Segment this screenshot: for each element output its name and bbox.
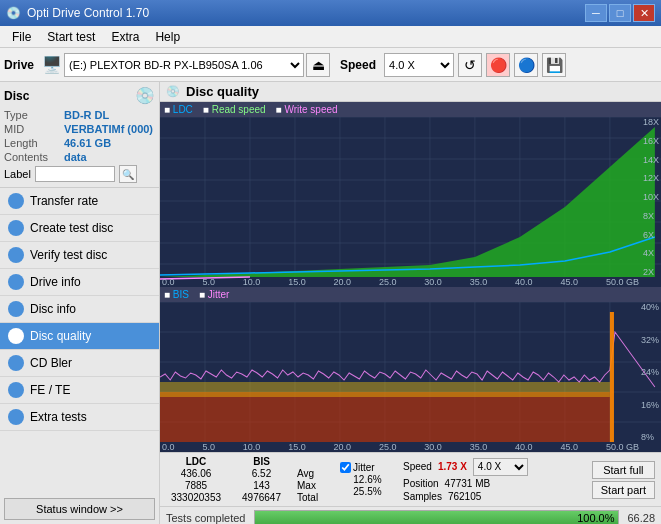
menu-extra[interactable]: Extra <box>103 28 147 46</box>
ldc-total: 333020353 <box>166 492 226 503</box>
progress-area: Tests completed 100.0% 66.28 <box>160 506 661 524</box>
nav-label-verify-test-disc: Verify test disc <box>30 248 107 262</box>
speed-stat-label: Speed <box>403 461 432 472</box>
samples-value: 762105 <box>448 491 481 502</box>
start-full-button[interactable]: Start full <box>592 461 655 479</box>
nav-label-disc-quality: Disc quality <box>30 329 91 343</box>
nav-transfer-rate[interactable]: Transfer rate <box>0 188 159 215</box>
bis-legend-label: ■ BIS <box>164 289 189 300</box>
label-input[interactable] <box>35 166 115 182</box>
label-search-button[interactable]: 🔍 <box>119 165 137 183</box>
bis-col-header: BIS <box>234 456 289 467</box>
chart2-y-right: 40%32%24%16%8% <box>639 302 661 442</box>
progress-bar-container: 100.0% <box>254 510 619 524</box>
menu-help[interactable]: Help <box>147 28 188 46</box>
progress-right-value: 66.28 <box>627 512 655 524</box>
ldc-avg: 436.06 <box>166 468 226 479</box>
nav-disc-quality[interactable]: Disc quality <box>0 323 159 350</box>
status-window-button[interactable]: Status window >> <box>4 498 155 520</box>
chart-header: 💿 Disc quality <box>160 82 661 102</box>
nav-label-cd-bler: CD Bler <box>30 356 72 370</box>
chart2-legend: ■ BIS ■ Jitter <box>160 287 661 302</box>
nav-drive-info[interactable]: Drive info <box>0 269 159 296</box>
chart1-area: 8000 7000 6000 5000 4000 3000 2000 1000 … <box>160 117 661 287</box>
nav-icon-drive-info <box>8 274 24 290</box>
refresh-button[interactable]: ↺ <box>458 53 482 77</box>
ldc-stats: LDC 436.06 7885 333020353 <box>166 456 226 503</box>
sidebar: Disc 💿 Type BD-R DL MID VERBATIMf (000) … <box>0 82 160 524</box>
svg-rect-46 <box>610 312 614 442</box>
maximize-button[interactable]: □ <box>609 4 631 22</box>
progress-percent: 100.0% <box>577 511 614 524</box>
disc-icon: 💿 <box>135 86 155 105</box>
nav-disc-info[interactable]: Disc info <box>0 296 159 323</box>
max-label: Max <box>297 480 332 491</box>
nav-extra-tests[interactable]: Extra tests <box>0 404 159 431</box>
progress-label: Tests completed <box>166 512 246 524</box>
eject-button[interactable]: ⏏ <box>306 53 330 77</box>
chart2-x-axis: 0.05.010.015.020.025.030.035.040.045.050… <box>160 442 641 452</box>
jitter-stats: Jitter 12.6% 25.5% <box>340 462 395 498</box>
menu-start-test[interactable]: Start test <box>39 28 103 46</box>
main-layout: Drive 🖥️ (E:) PLEXTOR BD-R PX-LB950SA 1.… <box>0 48 661 524</box>
menu-bar: File Start test Extra Help <box>0 26 661 48</box>
length-label: Length <box>4 137 64 149</box>
ldc-col-header: LDC <box>166 456 226 467</box>
drive-label: Drive <box>4 58 34 72</box>
jitter-checkbox-row: Jitter <box>340 462 395 473</box>
drive-select[interactable]: (E:) PLEXTOR BD-R PX-LB950SA 1.06 <box>64 53 304 77</box>
jitter-checkbox[interactable] <box>340 462 351 473</box>
content-area: Disc 💿 Type BD-R DL MID VERBATIMf (000) … <box>0 82 661 524</box>
charts-container: ■ LDC ■ Read speed ■ Write speed <box>160 102 661 452</box>
bis-stats: BIS 6.52 143 4976647 <box>234 456 289 503</box>
nav-label-extra-tests: Extra tests <box>30 410 87 424</box>
start-part-button[interactable]: Start part <box>592 481 655 499</box>
chart1-svg: 8000 7000 6000 5000 4000 3000 2000 1000 <box>160 117 661 287</box>
nav-icon-create-test-disc <box>8 220 24 236</box>
chart2-area: 200 150 100 50 40%32%24%16%8% 0.05.010.0… <box>160 302 661 452</box>
nav-label-disc-info: Disc info <box>30 302 76 316</box>
title-bar-left: 💿 Opti Drive Control 1.70 <box>6 6 149 20</box>
bis-avg: 6.52 <box>234 468 289 479</box>
nav-label-transfer-rate: Transfer rate <box>30 194 98 208</box>
position-value: 47731 MB <box>445 478 491 489</box>
nav-verify-test-disc[interactable]: Verify test disc <box>0 242 159 269</box>
nav-label-create-test-disc: Create test disc <box>30 221 113 235</box>
app-title: Opti Drive Control 1.70 <box>27 6 149 20</box>
position-label: Position <box>403 478 439 489</box>
disc-section: Disc 💿 Type BD-R DL MID VERBATIMf (000) … <box>0 82 159 188</box>
nav-icon-verify-test-disc <box>8 247 24 263</box>
disc-mid-row: MID VERBATIMf (000) <box>4 123 155 135</box>
nav-icon-disc-quality <box>8 328 24 344</box>
nav-fe-te[interactable]: FE / TE <box>0 377 159 404</box>
nav-create-test-disc[interactable]: Create test disc <box>0 215 159 242</box>
speed-select[interactable]: 4.0 X <box>384 53 454 77</box>
disc-length-row: Length 46.61 GB <box>4 137 155 149</box>
chart1-x-axis: 0.05.010.015.020.025.030.035.040.045.050… <box>160 277 641 287</box>
speed-stat-select[interactable]: 4.0 X <box>473 458 528 476</box>
close-button[interactable]: ✕ <box>633 4 655 22</box>
speed-label: Speed <box>340 58 376 72</box>
minimize-button[interactable]: ─ <box>585 4 607 22</box>
nav-label-fe-te: FE / TE <box>30 383 70 397</box>
verify-button[interactable]: 🔵 <box>514 53 538 77</box>
contents-value: data <box>64 151 87 163</box>
row-labels: . Avg Max Total <box>297 456 332 503</box>
ldc-max: 7885 <box>166 480 226 491</box>
stats-row: LDC 436.06 7885 333020353 BIS 6.52 143 4… <box>166 456 655 503</box>
length-value: 46.61 GB <box>64 137 111 149</box>
nav-icon-disc-info <box>8 301 24 317</box>
menu-file[interactable]: File <box>4 28 39 46</box>
sidebar-nav: Transfer rate Create test disc Verify te… <box>0 188 159 494</box>
burn-button[interactable]: 🔴 <box>486 53 510 77</box>
speed-position-stats: Speed 1.73 X 4.0 X Position 47731 MB Sam… <box>403 458 584 502</box>
type-value: BD-R DL <box>64 109 109 121</box>
nav-cd-bler[interactable]: CD Bler <box>0 350 159 377</box>
save-button[interactable]: 💾 <box>542 53 566 77</box>
chart1-y-right: 18X16X14X12X10X8X6X4X2X <box>641 117 661 277</box>
svg-rect-44 <box>160 392 610 442</box>
avg-label: Avg <box>297 468 332 479</box>
chart1-legend: ■ LDC ■ Read speed ■ Write speed <box>160 102 661 117</box>
jitter-max: 25.5% <box>340 486 395 497</box>
total-label: Total <box>297 492 332 503</box>
